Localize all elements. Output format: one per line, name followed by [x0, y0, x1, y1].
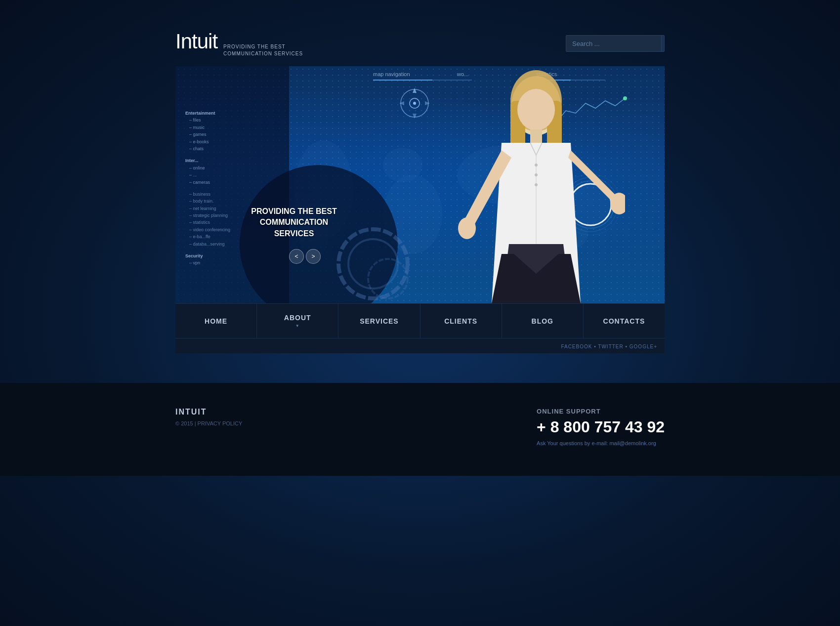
logo-text: Intuit — [175, 30, 217, 53]
sidebar-category-entertainment: Entertainment — [185, 110, 230, 117]
header: Intuit PROVIDING THE BEST COMMUNICATION … — [175, 30, 665, 57]
svg-point-42 — [458, 217, 476, 239]
nav-item-clients[interactable]: CLIENTS — [420, 304, 502, 338]
person-svg — [437, 66, 625, 303]
hero-container: map navigation wo... statistics — [175, 66, 665, 303]
support-label: ONLINE SUPPORT — [537, 408, 665, 415]
hero-text: PROVIDING THE BEST COMMUNICATION SERVICE… — [245, 206, 343, 239]
svg-rect-36 — [530, 129, 542, 144]
search-button[interactable]: 🔍 — [661, 36, 665, 51]
logo-area: Intuit PROVIDING THE BEST COMMUNICATION … — [175, 30, 303, 57]
search-input[interactable] — [566, 36, 661, 51]
sidebar-category-inter: Inter... — [185, 157, 230, 164]
nav-item-services[interactable]: SERVICES — [338, 304, 420, 338]
hero-title: PROVIDING THE BEST COMMUNICATION SERVICE… — [245, 206, 343, 239]
support-email: Ask Your questions by e-mail: mail@demol… — [537, 440, 665, 446]
footer: INTUIT © 2015 | PRIVACY POLICY ONLINE SU… — [0, 383, 840, 476]
svg-point-39 — [535, 173, 538, 176]
svg-point-40 — [535, 183, 538, 186]
person-figure — [437, 66, 625, 303]
svg-point-38 — [535, 164, 538, 167]
page-wrapper: Intuit PROVIDING THE BEST COMMUNICATION … — [0, 0, 840, 353]
footer-right: ONLINE SUPPORT + 8 800 757 43 92 Ask You… — [537, 408, 665, 446]
nav-item-about[interactable]: ABOUT ▼ — [257, 304, 338, 338]
logo-tagline: PROVIDING THE BEST COMMUNICATION SERVICE… — [223, 43, 303, 57]
support-phone: + 8 800 757 43 92 — [537, 418, 665, 436]
social-links[interactable]: FACEBOOK • TWITTER • GOOGLE+ — [561, 344, 657, 349]
nav-item-blog[interactable]: BLOG — [502, 304, 584, 338]
search-box: 🔍 — [566, 35, 665, 52]
nav-bar: HOME ABOUT ▼ SERVICES CLIENTS BLOG CONTA… — [175, 303, 665, 338]
nav-item-home[interactable]: HOME — [175, 304, 257, 338]
footer-copyright: © 2015 | PRIVACY POLICY — [175, 420, 242, 426]
footer-left: INTUIT © 2015 | PRIVACY POLICY — [175, 408, 242, 426]
nav-item-contacts[interactable]: CONTACTS — [584, 304, 665, 338]
footer-brand: INTUIT — [175, 408, 242, 417]
next-arrow[interactable]: > — [306, 249, 321, 264]
chevron-down-icon: ▼ — [295, 324, 300, 328]
prev-arrow[interactable]: < — [289, 249, 304, 264]
social-bar: FACEBOOK • TWITTER • GOOGLE+ — [175, 338, 665, 353]
slider-arrows: < > — [289, 249, 321, 264]
svg-point-35 — [517, 89, 555, 130]
sidebar-content: Entertainment – files – music – games – … — [185, 106, 230, 267]
sidebar-category-security: Security — [185, 252, 230, 259]
footer-inner: INTUIT © 2015 | PRIVACY POLICY ONLINE SU… — [175, 408, 665, 446]
